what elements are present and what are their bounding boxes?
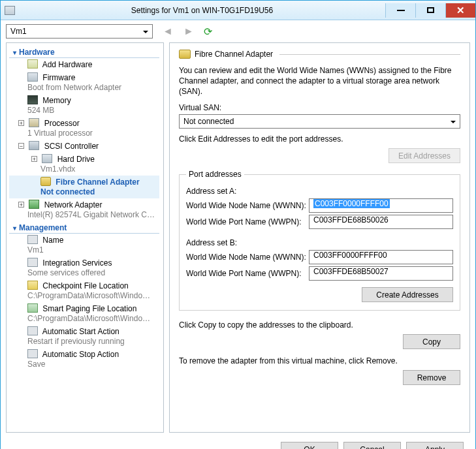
settings-window: Settings for Vm1 on WIN-T0G1FD19U56 ✕ Vm… [0,0,476,449]
edit-addresses-button[interactable]: Edit Addresses [389,148,460,163]
tree-memory[interactable]: Memory 524 MB [9,94,159,117]
wwpn-b-input[interactable]: C003FFDE68B50027 [309,266,453,281]
tree-processor[interactable]: + Processor 1 Virtual processor [9,117,159,140]
hard-drive-icon [42,154,52,163]
remove-button[interactable]: Remove [403,370,460,385]
wwpn-a-label: World Wide Port Name (WWPN): [186,217,309,226]
virtual-san-select[interactable]: Not connected [179,114,460,129]
section-management[interactable]: ▾ Management [9,221,159,234]
wwpn-b-label: World Wide Port Name (WWPN): [186,269,309,278]
body: ▾ Hardware Add Hardware Firmware Boot fr… [1,42,475,433]
virtual-san-label: Virtual SAN: [179,103,460,112]
wwnn-a-input[interactable]: C003FF0000FFFF00 [309,198,453,213]
smart-paging-icon [27,303,38,313]
pane-description: You can review and edit the World Wide N… [179,65,460,97]
cancel-button[interactable]: Cancel [343,442,401,449]
wwnn-a-label: World Wide Node Name (WWNN): [186,201,309,210]
refresh-button[interactable]: ⟳ [201,25,214,38]
create-addresses-button[interactable]: Create Addresses [362,287,453,302]
ok-button[interactable]: OK [281,442,338,449]
header-rule [279,54,460,55]
window-title: Settings for Vm1 on WIN-T0G1FD19U56 [19,6,385,15]
add-hardware-icon [27,59,38,69]
fibre-channel-icon [179,50,191,59]
processor-icon [29,118,39,127]
minimize-button[interactable] [385,3,415,18]
port-addresses-group: Port addresses Address set A: World Wide… [179,170,460,311]
edit-addresses-hint: Click Edit Addresses to edit the port ad… [179,134,460,144]
integration-icon [27,258,38,267]
pane-title: Fibre Channel Adapter [195,50,273,59]
name-icon [27,235,38,244]
toolbar: Vm1 ◄ ► ⟳ [1,20,475,42]
virtual-san-value: Not connected [183,117,234,126]
wwnn-b-label: World Wide Node Name (WWNN): [186,253,309,262]
port-addresses-legend: Port addresses [186,170,244,179]
auto-start-icon [27,326,38,335]
apply-button[interactable]: Apply [406,442,464,449]
titlebar: Settings for Vm1 on WIN-T0G1FD19U56 ✕ [1,1,475,20]
close-button[interactable]: ✕ [445,3,475,18]
expand-icon[interactable]: + [31,156,37,162]
auto-stop-icon [27,349,38,358]
vm-selector-value: Vm1 [10,27,27,36]
fibre-channel-icon [40,177,51,186]
tree-firmware[interactable]: Firmware Boot from Network Adapter [9,71,159,94]
network-icon [29,200,39,209]
window-buttons: ✕ [385,3,475,18]
detail-pane: Fibre Channel Adapter You can review and… [169,42,470,433]
remove-hint: To remove the adapter from this virtual … [179,356,460,366]
scsi-icon [29,141,39,150]
firmware-icon [27,72,38,82]
section-management-label: Management [19,223,67,232]
tree-auto-start[interactable]: Automatic Start Action Restart if previo… [9,325,159,348]
section-hardware-label: Hardware [19,48,55,57]
tree-name[interactable]: Name Vm1 [9,234,159,256]
collapse-icon[interactable]: − [18,143,24,149]
section-hardware[interactable]: ▾ Hardware [9,46,159,58]
settings-tree[interactable]: ▾ Hardware Add Hardware Firmware Boot fr… [6,42,164,433]
copy-button[interactable]: Copy [403,334,460,349]
nav-back-button[interactable]: ◄ [162,25,174,37]
tree-add-hardware[interactable]: Add Hardware [9,58,159,71]
maximize-button[interactable] [415,3,445,18]
tree-network-adapter[interactable]: + Network Adapter Intel(R) 82574L Gigabi… [9,198,159,221]
expand-icon[interactable]: + [18,120,24,126]
tree-smart-paging-location[interactable]: Smart Paging File Location C:\ProgramDat… [9,302,159,325]
vm-selector[interactable]: Vm1 [6,24,153,39]
address-set-a-label: Address set A: [186,187,453,196]
pane-header: Fibre Channel Adapter [179,50,460,59]
tree-hard-drive[interactable]: + Hard Drive Vm1.vhdx [9,153,159,176]
dialog-footer: OK Cancel Apply [1,433,475,449]
tree-auto-stop[interactable]: Automatic Stop Action Save [9,348,159,371]
chevron-down-icon: ▾ [10,49,18,56]
chevron-down-icon: ▾ [10,225,18,232]
tree-checkpoint-location[interactable]: Checkpoint File Location C:\ProgramData\… [9,279,159,302]
wwpn-a-input[interactable]: C003FFDE68B50026 [309,215,453,229]
checkpoint-icon [27,281,38,290]
expand-icon[interactable]: + [18,202,24,208]
tree-scsi[interactable]: − SCSI Controller [9,140,159,153]
copy-hint: Click Copy to copy the addresses to the … [179,320,460,330]
wwnn-b-input[interactable]: C003FF0000FFFF00 [309,250,453,264]
app-icon [5,6,15,15]
tree-integration-services[interactable]: Integration Services Some services offer… [9,256,159,279]
address-set-b-label: Address set B: [186,238,453,247]
nav-forward-button[interactable]: ► [183,25,195,37]
tree-fibre-channel-adapter[interactable]: Fibre Channel Adapter Not connected [9,176,159,198]
memory-icon [27,95,38,104]
